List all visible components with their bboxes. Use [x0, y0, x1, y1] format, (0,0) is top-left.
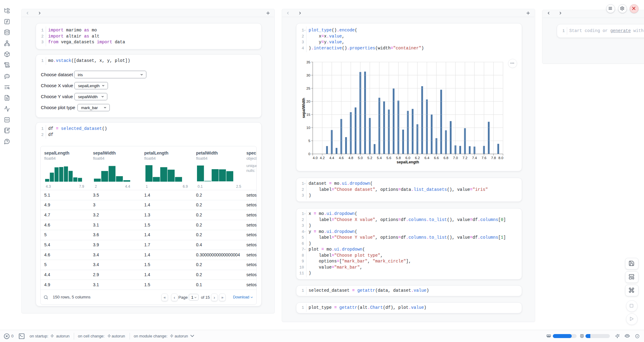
- svg-text:6.0: 6.0: [406, 156, 410, 160]
- svg-text:20: 20: [306, 100, 310, 103]
- svg-text:4.6: 4.6: [339, 156, 344, 160]
- svg-text:5: 5: [308, 139, 310, 143]
- svg-text:10: 10: [306, 126, 310, 130]
- svg-text:5.0: 5.0: [358, 156, 363, 160]
- svg-text:30: 30: [306, 73, 310, 77]
- svg-text:sepalLength: sepalLength: [397, 160, 419, 164]
- svg-text:35: 35: [306, 60, 310, 64]
- svg-text:25: 25: [306, 87, 310, 90]
- svg-text:7.0: 7.0: [453, 156, 458, 160]
- svg-text:4.0: 4.0: [313, 156, 318, 160]
- svg-text:8.0: 8.0: [499, 156, 503, 160]
- svg-text:15: 15: [306, 113, 310, 116]
- svg-text:6.6: 6.6: [434, 156, 439, 160]
- svg-text:4.2: 4.2: [320, 156, 325, 160]
- svg-text:sepalWidth: sepalWidth: [302, 98, 306, 118]
- svg-text:7.4: 7.4: [472, 156, 477, 160]
- svg-text:7.8: 7.8: [491, 156, 496, 160]
- svg-text:4.8: 4.8: [348, 156, 353, 160]
- svg-text:6.8: 6.8: [443, 156, 448, 160]
- svg-text:4.4: 4.4: [329, 156, 335, 160]
- svg-text:0: 0: [308, 152, 310, 156]
- svg-text:6.4: 6.4: [424, 156, 430, 160]
- svg-text:5.2: 5.2: [367, 156, 372, 160]
- svg-text:6.2: 6.2: [415, 156, 420, 160]
- svg-text:7.6: 7.6: [481, 156, 486, 160]
- svg-text:5.6: 5.6: [386, 156, 391, 160]
- svg-text:5.8: 5.8: [396, 156, 401, 160]
- svg-text:5.4: 5.4: [377, 156, 382, 160]
- svg-text:7.2: 7.2: [463, 156, 467, 160]
